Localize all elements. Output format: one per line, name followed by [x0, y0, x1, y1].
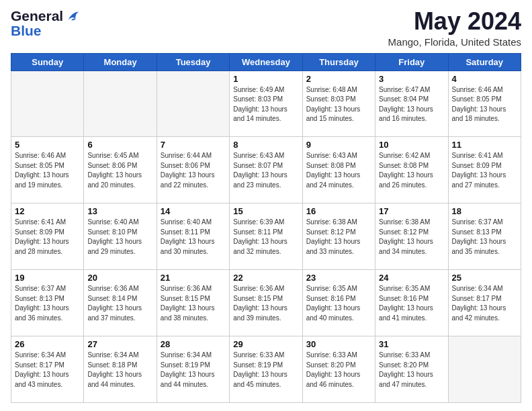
- logo-blue: Blue: [11, 23, 81, 39]
- day-number: 16: [306, 206, 371, 216]
- table-row: 27Sunrise: 6:34 AM Sunset: 8:18 PM Dayli…: [84, 336, 157, 403]
- table-row: 24Sunrise: 6:35 AM Sunset: 8:16 PM Dayli…: [375, 270, 448, 336]
- calendar-week-row: 5Sunrise: 6:46 AM Sunset: 8:05 PM Daylig…: [11, 137, 521, 203]
- col-monday: Monday: [84, 53, 157, 71]
- logo-text: General: [11, 8, 81, 24]
- table-row: 23Sunrise: 6:35 AM Sunset: 8:16 PM Dayli…: [302, 270, 375, 336]
- day-info: Sunrise: 6:48 AM Sunset: 8:03 PM Dayligh…: [306, 85, 371, 124]
- table-row: 30Sunrise: 6:33 AM Sunset: 8:20 PM Dayli…: [302, 336, 375, 403]
- table-row: 16Sunrise: 6:38 AM Sunset: 8:12 PM Dayli…: [302, 203, 375, 270]
- table-row: 21Sunrise: 6:36 AM Sunset: 8:15 PM Dayli…: [157, 270, 229, 336]
- table-row: 17Sunrise: 6:38 AM Sunset: 8:12 PM Dayli…: [375, 203, 448, 270]
- day-info: Sunrise: 6:46 AM Sunset: 8:05 PM Dayligh…: [15, 151, 80, 190]
- main-title: May 2024: [388, 8, 521, 35]
- day-info: Sunrise: 6:41 AM Sunset: 8:09 PM Dayligh…: [452, 151, 517, 190]
- table-row: [448, 336, 521, 403]
- calendar-week-row: 12Sunrise: 6:41 AM Sunset: 8:09 PM Dayli…: [11, 203, 521, 270]
- day-number: 17: [379, 206, 444, 216]
- table-row: 9Sunrise: 6:43 AM Sunset: 8:08 PM Daylig…: [302, 137, 375, 203]
- day-number: 8: [233, 140, 298, 150]
- day-info: Sunrise: 6:33 AM Sunset: 8:20 PM Dayligh…: [306, 351, 371, 390]
- calendar-header-row: Sunday Monday Tuesday Wednesday Thursday…: [11, 53, 521, 71]
- day-number: 28: [161, 339, 226, 349]
- day-number: 6: [87, 140, 152, 150]
- calendar-week-row: 19Sunrise: 6:37 AM Sunset: 8:13 PM Dayli…: [11, 270, 521, 336]
- day-number: 9: [306, 140, 371, 150]
- table-row: 10Sunrise: 6:42 AM Sunset: 8:08 PM Dayli…: [375, 137, 448, 203]
- day-number: 11: [452, 140, 517, 150]
- day-info: Sunrise: 6:33 AM Sunset: 8:19 PM Dayligh…: [233, 351, 298, 390]
- table-row: 3Sunrise: 6:47 AM Sunset: 8:04 PM Daylig…: [375, 71, 448, 137]
- table-row: 4Sunrise: 6:46 AM Sunset: 8:05 PM Daylig…: [448, 71, 521, 137]
- table-row: 6Sunrise: 6:45 AM Sunset: 8:06 PM Daylig…: [84, 137, 157, 203]
- day-number: 7: [161, 140, 226, 150]
- day-number: 14: [161, 206, 226, 216]
- day-number: 13: [87, 206, 152, 216]
- table-row: 13Sunrise: 6:40 AM Sunset: 8:10 PM Dayli…: [84, 203, 157, 270]
- col-thursday: Thursday: [302, 53, 375, 71]
- table-row: 19Sunrise: 6:37 AM Sunset: 8:13 PM Dayli…: [11, 270, 84, 336]
- table-row: 25Sunrise: 6:34 AM Sunset: 8:17 PM Dayli…: [448, 270, 521, 336]
- subtitle: Mango, Florida, United States: [388, 36, 521, 48]
- day-number: 29: [233, 339, 298, 349]
- day-info: Sunrise: 6:41 AM Sunset: 8:09 PM Dayligh…: [15, 218, 80, 257]
- day-info: Sunrise: 6:35 AM Sunset: 8:16 PM Dayligh…: [306, 284, 371, 323]
- table-row: 8Sunrise: 6:43 AM Sunset: 8:07 PM Daylig…: [230, 137, 302, 203]
- table-row: 18Sunrise: 6:37 AM Sunset: 8:13 PM Dayli…: [448, 203, 521, 270]
- day-info: Sunrise: 6:34 AM Sunset: 8:17 PM Dayligh…: [15, 351, 80, 390]
- day-info: Sunrise: 6:34 AM Sunset: 8:19 PM Dayligh…: [161, 351, 226, 390]
- day-number: 4: [452, 74, 517, 84]
- logo: General Blue: [11, 8, 81, 40]
- day-number: 24: [379, 273, 444, 283]
- day-number: 19: [15, 273, 80, 283]
- day-info: Sunrise: 6:36 AM Sunset: 8:14 PM Dayligh…: [87, 284, 152, 323]
- day-number: 18: [452, 206, 517, 216]
- table-row: 28Sunrise: 6:34 AM Sunset: 8:19 PM Dayli…: [157, 336, 229, 403]
- day-info: Sunrise: 6:35 AM Sunset: 8:16 PM Dayligh…: [379, 284, 444, 323]
- table-row: 20Sunrise: 6:36 AM Sunset: 8:14 PM Dayli…: [84, 270, 157, 336]
- col-wednesday: Wednesday: [230, 53, 302, 71]
- day-number: 15: [233, 206, 298, 216]
- day-number: 22: [233, 273, 298, 283]
- day-info: Sunrise: 6:38 AM Sunset: 8:12 PM Dayligh…: [306, 218, 371, 257]
- header: General Blue May 2024 Mango, Florida, Un…: [11, 8, 521, 48]
- table-row: 1Sunrise: 6:49 AM Sunset: 8:03 PM Daylig…: [230, 71, 302, 137]
- day-number: 27: [87, 339, 152, 349]
- day-info: Sunrise: 6:37 AM Sunset: 8:13 PM Dayligh…: [452, 218, 517, 257]
- col-sunday: Sunday: [11, 53, 84, 71]
- day-info: Sunrise: 6:47 AM Sunset: 8:04 PM Dayligh…: [379, 85, 444, 124]
- table-row: [157, 71, 229, 137]
- day-info: Sunrise: 6:36 AM Sunset: 8:15 PM Dayligh…: [233, 284, 298, 323]
- day-info: Sunrise: 6:33 AM Sunset: 8:20 PM Dayligh…: [379, 351, 444, 390]
- day-info: Sunrise: 6:40 AM Sunset: 8:11 PM Dayligh…: [161, 218, 226, 257]
- table-row: [11, 71, 84, 137]
- logo-bird-icon: [63, 9, 81, 24]
- col-saturday: Saturday: [448, 53, 521, 71]
- title-block: May 2024 Mango, Florida, United States: [388, 8, 521, 48]
- day-info: Sunrise: 6:42 AM Sunset: 8:08 PM Dayligh…: [379, 151, 444, 190]
- day-number: 30: [306, 339, 371, 349]
- table-row: 12Sunrise: 6:41 AM Sunset: 8:09 PM Dayli…: [11, 203, 84, 270]
- calendar-week-row: 26Sunrise: 6:34 AM Sunset: 8:17 PM Dayli…: [11, 336, 521, 403]
- table-row: 22Sunrise: 6:36 AM Sunset: 8:15 PM Dayli…: [230, 270, 302, 336]
- table-row: 31Sunrise: 6:33 AM Sunset: 8:20 PM Dayli…: [375, 336, 448, 403]
- day-info: Sunrise: 6:43 AM Sunset: 8:08 PM Dayligh…: [306, 151, 371, 190]
- day-number: 25: [452, 273, 517, 283]
- col-friday: Friday: [375, 53, 448, 71]
- col-tuesday: Tuesday: [157, 53, 229, 71]
- day-info: Sunrise: 6:43 AM Sunset: 8:07 PM Dayligh…: [233, 151, 298, 190]
- day-info: Sunrise: 6:46 AM Sunset: 8:05 PM Dayligh…: [452, 85, 517, 124]
- day-info: Sunrise: 6:44 AM Sunset: 8:06 PM Dayligh…: [161, 151, 226, 190]
- table-row: 5Sunrise: 6:46 AM Sunset: 8:05 PM Daylig…: [11, 137, 84, 203]
- day-number: 31: [379, 339, 444, 349]
- table-row: 7Sunrise: 6:44 AM Sunset: 8:06 PM Daylig…: [157, 137, 229, 203]
- day-number: 20: [87, 273, 152, 283]
- day-info: Sunrise: 6:38 AM Sunset: 8:12 PM Dayligh…: [379, 218, 444, 257]
- day-number: 10: [379, 140, 444, 150]
- day-info: Sunrise: 6:45 AM Sunset: 8:06 PM Dayligh…: [87, 151, 152, 190]
- day-info: Sunrise: 6:36 AM Sunset: 8:15 PM Dayligh…: [161, 284, 226, 323]
- table-row: 2Sunrise: 6:48 AM Sunset: 8:03 PM Daylig…: [302, 71, 375, 137]
- day-info: Sunrise: 6:40 AM Sunset: 8:10 PM Dayligh…: [87, 218, 152, 257]
- calendar-week-row: 1Sunrise: 6:49 AM Sunset: 8:03 PM Daylig…: [11, 71, 521, 137]
- table-row: 11Sunrise: 6:41 AM Sunset: 8:09 PM Dayli…: [448, 137, 521, 203]
